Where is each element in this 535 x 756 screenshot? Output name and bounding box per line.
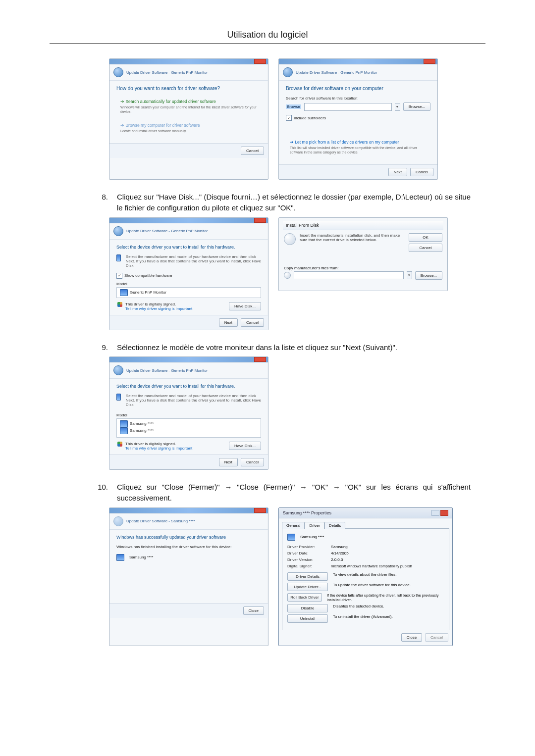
dropdown-icon[interactable]: ▾ bbox=[395, 103, 400, 111]
model-column-header: Model bbox=[116, 413, 261, 417]
close-icon[interactable] bbox=[440, 510, 448, 516]
dialog-install-from-disk: Install From Disk Insert the manufacture… bbox=[278, 217, 448, 291]
signer-label: Digital Signer: bbox=[287, 564, 327, 568]
step-number: 9. bbox=[94, 342, 108, 353]
step-number: 8. bbox=[94, 192, 108, 202]
ok-button[interactable]: OK bbox=[409, 233, 442, 242]
tab-driver[interactable]: Driver bbox=[305, 522, 324, 529]
signing-info-link[interactable]: Tell me why driver signing is important bbox=[125, 306, 192, 311]
date-value: 4/14/2005 bbox=[331, 551, 349, 555]
close-button[interactable]: Close bbox=[401, 633, 422, 642]
back-button[interactable] bbox=[283, 67, 293, 77]
model-list[interactable]: Generic PnP Monitor bbox=[116, 287, 261, 298]
close-icon[interactable] bbox=[430, 223, 440, 227]
header-divider bbox=[50, 43, 485, 44]
model-item[interactable]: Samsung **** bbox=[130, 429, 154, 433]
checkbox-label: Show compatible hardware bbox=[124, 273, 172, 278]
breadcrumb: Update Driver Software - Generic PnP Mon… bbox=[296, 70, 377, 75]
have-disk-button[interactable]: Have Disk... bbox=[229, 302, 261, 310]
button-desc: Disables the selected device. bbox=[333, 604, 384, 608]
rollback-button[interactable]: Roll Back Driver bbox=[287, 593, 322, 602]
path-input[interactable] bbox=[304, 103, 392, 111]
back-button bbox=[113, 516, 123, 526]
window-titlebar bbox=[109, 357, 268, 362]
dialog-search: Update Driver Software - Generic PnP Mon… bbox=[109, 58, 268, 180]
monitor-icon bbox=[116, 254, 121, 261]
cancel-button[interactable]: Cancel bbox=[241, 318, 264, 327]
path-input-value: Browse bbox=[286, 104, 301, 109]
next-button[interactable]: Next bbox=[219, 458, 238, 466]
tab-general[interactable]: General bbox=[282, 522, 305, 529]
cancel-button[interactable]: Cancel bbox=[409, 244, 442, 252]
close-button[interactable]: Close bbox=[243, 606, 264, 615]
path-input[interactable] bbox=[294, 271, 404, 279]
dialog-title: Install From Disk bbox=[286, 223, 319, 228]
have-disk-button[interactable]: Have Disk... bbox=[229, 442, 261, 450]
option-pick-from-list[interactable]: ➔ Let me pick from a list of device driv… bbox=[286, 137, 430, 157]
step-text: Sélectionnez le modèle de votre moniteur… bbox=[117, 342, 485, 353]
message-text: Insert the manufacturer's installation d… bbox=[300, 233, 405, 242]
provider-label: Driver Provider: bbox=[287, 545, 327, 549]
button-desc: If the device fails after updating the d… bbox=[327, 593, 444, 602]
model-list[interactable]: Samsung **** Samsung **** bbox=[116, 418, 261, 438]
cancel-button[interactable]: Cancel bbox=[241, 147, 264, 155]
close-icon[interactable] bbox=[254, 218, 266, 223]
close-icon[interactable] bbox=[424, 59, 435, 64]
arrow-icon: ➔ bbox=[120, 123, 125, 128]
dropdown-icon[interactable]: ▾ bbox=[407, 271, 412, 279]
step-number: 10. bbox=[94, 482, 108, 493]
step-text: Cliquez sur "Have Disk..." (Disque fourn… bbox=[117, 192, 485, 213]
instruction-text: Select the manufacturer and model of you… bbox=[126, 394, 261, 407]
button-desc: To view details about the driver files. bbox=[333, 572, 397, 577]
driver-details-button[interactable]: Driver Details bbox=[287, 572, 328, 581]
wizard-heading: How do you want to search for driver sof… bbox=[116, 86, 261, 91]
tab-details[interactable]: Details bbox=[324, 522, 345, 529]
close-icon[interactable] bbox=[254, 357, 266, 362]
back-button[interactable] bbox=[113, 67, 123, 77]
wizard-heading: Select the device driver you want to ins… bbox=[116, 245, 261, 250]
next-button[interactable]: Next bbox=[388, 168, 407, 176]
monitor-icon bbox=[120, 427, 128, 434]
dialog-select-driver: Update Driver Software - Generic PnP Mon… bbox=[109, 217, 268, 330]
update-driver-button[interactable]: Update Driver... bbox=[287, 583, 328, 591]
browse-button[interactable]: Browse... bbox=[403, 102, 430, 111]
next-button[interactable]: Next bbox=[219, 318, 238, 327]
close-icon[interactable] bbox=[254, 59, 266, 64]
browse-button[interactable]: Browse... bbox=[415, 271, 442, 280]
option-auto-search[interactable]: ➔ Search automatically for updated drive… bbox=[116, 96, 261, 117]
window-titlebar bbox=[279, 59, 437, 64]
monitor-icon bbox=[120, 420, 128, 427]
model-column-header: Model bbox=[116, 282, 261, 286]
footer-divider bbox=[50, 731, 485, 731]
include-subfolders-checkbox[interactable]: ✓Include subfolders bbox=[286, 115, 326, 121]
back-button[interactable] bbox=[113, 226, 123, 236]
disable-button[interactable]: Disable bbox=[287, 604, 328, 612]
dialog-title: Samsung **** Properties bbox=[283, 510, 331, 515]
close-icon[interactable] bbox=[254, 508, 266, 513]
field-label: Search for driver software in this locat… bbox=[286, 96, 430, 101]
copy-from-label: Copy manufacturer's files from: bbox=[284, 266, 442, 270]
wizard-heading: Windows has successfully updated your dr… bbox=[116, 535, 261, 540]
model-item[interactable]: Generic PnP Monitor bbox=[130, 290, 166, 295]
signing-info-link[interactable]: Tell me why driver signing is important bbox=[125, 446, 192, 451]
monitor-icon bbox=[287, 534, 295, 541]
help-icon[interactable] bbox=[431, 510, 439, 516]
shield-icon bbox=[117, 302, 122, 307]
monitor-icon bbox=[116, 394, 121, 401]
cancel-button[interactable]: Cancel bbox=[410, 168, 433, 176]
dialog-success: Update Driver Software - Samsung **** Wi… bbox=[109, 507, 268, 646]
breadcrumb: Update Driver Software - Generic PnP Mon… bbox=[126, 368, 208, 373]
option-desc: Locate and install driver software manua… bbox=[120, 129, 257, 133]
arrow-icon: ➔ bbox=[290, 140, 295, 145]
option-browse[interactable]: ➔ Browse my computer for driver software… bbox=[116, 120, 261, 136]
cancel-button[interactable]: Cancel bbox=[241, 458, 264, 466]
date-label: Driver Date: bbox=[287, 551, 327, 555]
show-compatible-checkbox[interactable]: ✓Show compatible hardware bbox=[116, 273, 172, 279]
uninstall-button[interactable]: Uninstall bbox=[287, 614, 328, 623]
model-item[interactable]: Samsung **** bbox=[130, 422, 154, 426]
version-value: 2.0.0.0 bbox=[331, 557, 343, 562]
button-desc: To update the driver software for this d… bbox=[333, 583, 411, 587]
provider-value: Samsung bbox=[331, 545, 348, 549]
window-titlebar bbox=[109, 508, 268, 513]
back-button[interactable] bbox=[113, 365, 123, 375]
